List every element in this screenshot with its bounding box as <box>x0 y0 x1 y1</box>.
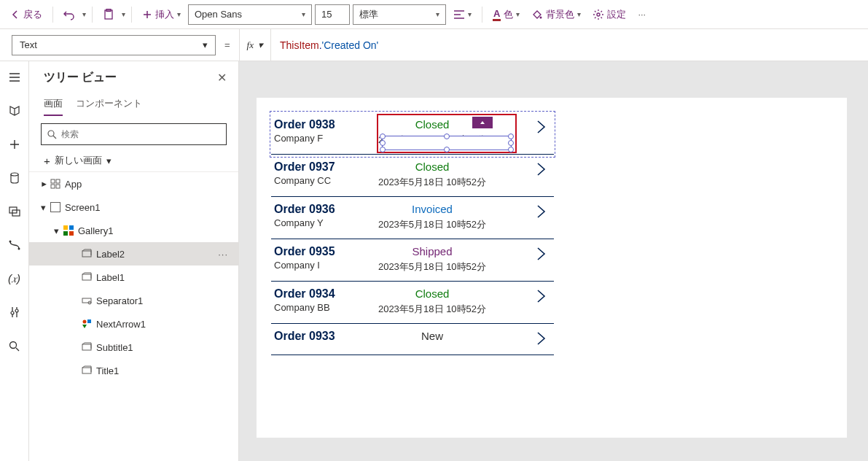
gallery-row[interactable]: Order 0935 Company I Shipped 2023年5月18日 … <box>271 239 554 282</box>
row-status-col: Closed 2023年5月18日 10時52分 <box>370 287 494 316</box>
tree-node-separator1[interactable]: Separator1 <box>29 289 238 312</box>
property-value: Text <box>20 39 37 50</box>
row-status: Closed <box>370 160 494 173</box>
tree-node-label2[interactable]: Label2 ··· <box>29 242 238 266</box>
svg-rect-17 <box>63 225 68 230</box>
row-next[interactable] <box>494 118 551 136</box>
chevron-right-icon <box>535 203 548 220</box>
tree-label: Screen1 <box>65 202 100 213</box>
search-icon <box>47 130 57 139</box>
undo-chevron[interactable]: ▾ <box>82 10 86 18</box>
settings-button[interactable]: 設定 <box>588 4 630 25</box>
tree-search[interactable] <box>41 123 227 145</box>
fx-button[interactable]: fx ▾ <box>239 29 271 61</box>
fontcolor-button[interactable]: A 色 ▾ <box>488 4 524 25</box>
row-subtitle: Company I <box>274 260 370 271</box>
row-status-col: Closed 2023年5月18日 10時52分 <box>370 160 494 189</box>
close-icon[interactable]: ✕ <box>217 71 227 85</box>
svg-rect-13 <box>51 179 55 183</box>
tab-screens[interactable]: 画面 <box>44 93 63 116</box>
chevron-right-icon <box>535 287 548 305</box>
fontweight-select[interactable]: 標準 ▾ <box>353 4 446 25</box>
row-status-col: Invoiced 2023年5月18日 10時52分 <box>370 203 494 231</box>
gallery-row[interactable]: Order 0934 Company BB Closed 2023年5月18日 … <box>271 282 554 324</box>
tree-node-app[interactable]: ▾ App <box>29 172 238 195</box>
tree-node-gallery1[interactable]: ▾ Gallery1 <box>29 219 238 242</box>
new-screen-label: 新しい画面 <box>55 154 102 167</box>
fontsize-input[interactable]: 15 <box>315 4 350 25</box>
row-next[interactable] <box>494 287 551 305</box>
new-screen-button[interactable]: + 新しい画面 ▾ <box>29 150 238 171</box>
align-button[interactable]: ▾ <box>449 4 476 25</box>
paste-chevron[interactable]: ▾ <box>122 10 125 18</box>
svg-rect-18 <box>69 225 74 230</box>
label-icon <box>82 272 92 282</box>
gallery-row[interactable]: Order 0936 Company Y Invoiced 2023年5月18日… <box>271 197 554 239</box>
insert-button[interactable]: 挿入 ▾ <box>138 4 185 25</box>
tree-node-label1[interactable]: Label1 <box>29 266 238 289</box>
tree-label: NextArrow1 <box>96 319 146 330</box>
separator <box>52 7 53 23</box>
row-next[interactable] <box>494 330 551 347</box>
formula-input[interactable]: ThisItem.'Created On' <box>271 39 378 51</box>
more-icon[interactable]: ··· <box>218 249 238 260</box>
gallery-row[interactable]: Order 0937 Company CC Closed 2023年5月18日 … <box>271 155 554 197</box>
tree-search-input[interactable] <box>61 129 220 139</box>
media-icon[interactable] <box>3 200 26 223</box>
screen-icon <box>50 202 60 212</box>
chevron-right-icon <box>535 118 548 136</box>
data-icon[interactable] <box>3 166 26 190</box>
separator <box>131 7 132 23</box>
chevron-down-icon: ▾ <box>41 202 46 213</box>
svg-point-11 <box>10 341 17 348</box>
hamburger-icon[interactable] <box>3 66 26 89</box>
chevron-right-icon <box>535 245 548 263</box>
shape-icon <box>82 295 92 306</box>
treeview-panel: ツリー ビュー ✕ 画面 コンポーネント + 新しい画面 ▾ ▾ App ▾ S… <box>29 61 239 461</box>
flow-icon[interactable] <box>3 233 26 257</box>
insert-rail-icon[interactable] <box>3 133 26 156</box>
formula-token1: ThisItem <box>280 39 319 51</box>
row-status: Invoiced <box>370 203 494 215</box>
font-value: Open Sans <box>195 9 242 20</box>
row-date: 2023年5月18日 10時52分 <box>370 303 494 316</box>
tree-node-nextarrow1[interactable]: NextArrow1 <box>29 312 238 336</box>
tools-icon[interactable] <box>3 301 26 324</box>
label2-selection[interactable] <box>382 136 512 150</box>
selection-tag[interactable] <box>472 117 493 128</box>
svg-rect-23 <box>82 298 91 303</box>
row-next[interactable] <box>494 203 551 220</box>
row-text: Order 0938 Company F <box>274 118 370 144</box>
search-rail-icon[interactable] <box>3 334 26 357</box>
app-canvas[interactable]: Order 0938 Company F Closed 2023年5月18日 1… <box>257 98 847 438</box>
row-title: Order 0937 <box>274 160 370 174</box>
row-subtitle: Company F <box>274 133 370 144</box>
undo-button[interactable] <box>59 4 79 25</box>
svg-rect-26 <box>82 344 91 350</box>
variables-icon[interactable]: (𝑥) <box>3 267 26 290</box>
tree-label: Subtitle1 <box>96 342 133 353</box>
tree-node-title1[interactable]: Title1 <box>29 359 238 382</box>
color-label: 色 <box>504 8 513 21</box>
tree-node-subtitle1[interactable]: Subtitle1 <box>29 336 238 359</box>
back-button[interactable]: 戻る <box>6 4 47 25</box>
font-select[interactable]: Open Sans ▾ <box>188 4 312 25</box>
overflow-button[interactable]: ··· <box>633 4 650 25</box>
svg-rect-22 <box>82 274 91 280</box>
back-label: 戻る <box>23 8 42 21</box>
gallery-row[interactable]: Order 0933 New <box>271 324 554 355</box>
svg-rect-21 <box>82 251 91 257</box>
tab-components[interactable]: コンポーネント <box>76 93 142 116</box>
svg-rect-20 <box>69 231 74 236</box>
tree-label: Gallery1 <box>78 225 113 236</box>
bgcolor-button[interactable]: 背景色 ▾ <box>527 4 585 25</box>
property-selector[interactable]: Text ▾ <box>12 35 216 55</box>
paste-button[interactable] <box>98 4 119 25</box>
treeview-icon[interactable] <box>3 99 26 123</box>
tree-node-screen1[interactable]: ▾ Screen1 <box>29 195 238 219</box>
svg-rect-27 <box>82 368 91 373</box>
svg-point-10 <box>15 309 18 312</box>
row-next[interactable] <box>494 245 551 263</box>
row-next[interactable] <box>494 160 551 178</box>
row-title: Order 0938 <box>274 118 370 131</box>
